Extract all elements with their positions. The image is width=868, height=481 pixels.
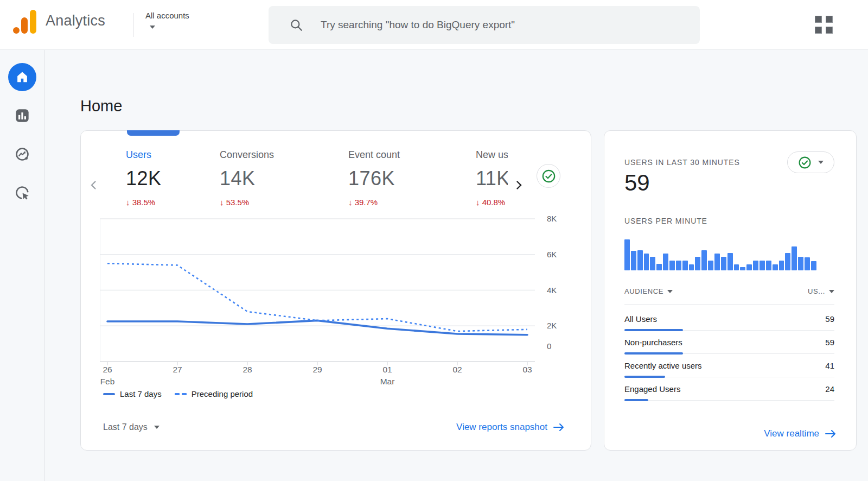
metric-delta: ↓ 40.8% — [476, 198, 508, 207]
svg-text:8K: 8K — [547, 214, 557, 223]
metric-label: Users — [126, 149, 220, 161]
overview-card-footer: Last 7 days View reports snapshot — [81, 416, 592, 438]
legend-last-7-days: Last 7 days — [103, 389, 162, 398]
table-row-recently-active-users[interactable]: Recently active users 41 — [624, 355, 834, 378]
chevron-down-icon — [150, 26, 155, 29]
svg-text:29: 29 — [312, 365, 322, 374]
svg-text:26: 26 — [103, 365, 112, 374]
page-title: Home — [80, 97, 122, 115]
svg-text:Mar: Mar — [380, 377, 395, 386]
view-realtime-link[interactable]: View realtime — [764, 428, 837, 439]
bar-chart-icon — [15, 108, 30, 123]
metric-label: Conversions — [220, 149, 348, 161]
svg-text:2K: 2K — [547, 321, 557, 330]
dashed-line-swatch — [175, 393, 187, 395]
metric-users[interactable]: Users 12K ↓ 38.5% — [126, 147, 220, 218]
check-circle-icon — [798, 156, 812, 169]
view-reports-snapshot-link[interactable]: View reports snapshot — [456, 422, 565, 433]
sidebar-item-explore[interactable] — [8, 140, 36, 168]
data-quality-button[interactable] — [537, 164, 560, 188]
metric-conversions[interactable]: Conversions 14K ↓ 53.5% — [220, 147, 348, 218]
users-per-minute-label: USERS PER MINUTE — [624, 217, 707, 225]
home-icon — [15, 70, 29, 84]
metric-value: 11K — [476, 167, 508, 190]
metric-new-users[interactable]: New users 11K ↓ 40.8% — [476, 147, 508, 218]
metric-value: 12K — [126, 167, 220, 190]
svg-text:28: 28 — [242, 365, 252, 374]
carousel-prev-button[interactable] — [87, 179, 100, 192]
header-divider — [133, 13, 133, 37]
metric-label: Event count — [348, 149, 476, 161]
sidebar-item-home[interactable] — [8, 63, 36, 91]
audience-table-header: AUDIENCE US... — [624, 287, 834, 305]
sidebar-item-reports[interactable] — [8, 102, 36, 130]
search-bar[interactable] — [269, 6, 700, 44]
users-column-header[interactable]: US... — [808, 287, 834, 295]
date-range-dropdown[interactable]: Last 7 days — [103, 422, 159, 432]
audience-table-body: All Users 59 Non-purchasers 59 Recently … — [624, 308, 834, 401]
check-circle-icon — [541, 169, 556, 183]
sort-caret-icon — [667, 290, 673, 293]
svg-text:4K: 4K — [547, 286, 557, 295]
metric-label: New users — [476, 149, 508, 161]
metric-event-count[interactable]: Event count 176K ↓ 39.7% — [348, 147, 476, 218]
table-row-all-users[interactable]: All Users 59 — [624, 308, 834, 331]
analytics-logo-icon — [12, 8, 37, 34]
metric-carousel: Users 12K ↓ 38.5% Conversions 14K ↓ 53.5… — [81, 147, 592, 218]
users-per-minute-chart[interactable] — [624, 237, 816, 270]
svg-text:03: 03 — [522, 365, 532, 374]
solid-line-swatch — [103, 393, 115, 395]
metric-list: Users 12K ↓ 38.5% Conversions 14K ↓ 53.5… — [126, 147, 508, 218]
legend-preceding-period: Preceding period — [175, 389, 253, 398]
advertising-icon — [15, 185, 30, 200]
metric-delta: ↓ 38.5% — [126, 198, 220, 207]
carousel-next-button[interactable] — [512, 179, 525, 192]
left-nav — [0, 50, 44, 481]
svg-text:0: 0 — [547, 341, 551, 351]
active-tab-indicator — [127, 130, 180, 136]
svg-text:02: 02 — [452, 365, 462, 374]
sort-caret-icon — [829, 290, 834, 293]
realtime-title: USERS IN LAST 30 MINUTES — [624, 158, 740, 167]
metric-delta: ↓ 39.7% — [348, 198, 476, 207]
users-line-chart: 02K4K6K8K26Feb27282901Mar0203 — [100, 212, 572, 394]
arrow-right-icon — [825, 429, 837, 439]
app-title: Analytics — [46, 12, 105, 29]
table-row-non-purchasers[interactable]: Non-purchasers 59 — [624, 331, 834, 355]
explore-icon — [15, 147, 30, 162]
sidebar-item-advertising[interactable] — [8, 179, 36, 207]
metric-value: 176K — [348, 167, 476, 190]
svg-text:27: 27 — [173, 365, 182, 374]
svg-text:6K: 6K — [547, 250, 557, 259]
svg-text:01: 01 — [382, 365, 392, 374]
metric-value: 14K — [220, 167, 348, 190]
metric-delta: ↓ 53.5% — [220, 198, 348, 207]
users-chart-area[interactable]: 02K4K6K8K26Feb27282901Mar0203 — [100, 212, 572, 394]
search-input[interactable] — [320, 18, 667, 31]
overview-card: Users 12K ↓ 38.5% Conversions 14K ↓ 53.5… — [80, 130, 591, 451]
chart-legend: Last 7 days Preceding period — [103, 389, 253, 398]
app-header: Analytics All accounts — [0, 0, 868, 50]
chevron-down-icon — [154, 426, 159, 429]
realtime-card: USERS IN LAST 30 MINUTES 59 USERS PER MI… — [604, 130, 857, 451]
arrow-right-icon — [553, 422, 565, 432]
search-icon — [289, 18, 303, 32]
account-label: All accounts — [145, 11, 189, 20]
apps-grid-icon[interactable] — [815, 16, 833, 34]
svg-text:Feb: Feb — [100, 377, 115, 386]
realtime-status-button[interactable] — [787, 151, 834, 173]
users-last-30-min-value: 59 — [624, 170, 650, 196]
chevron-down-icon — [818, 161, 824, 164]
table-row-engaged-users[interactable]: Engaged Users 24 — [624, 378, 834, 401]
account-switcher[interactable]: All accounts — [145, 11, 189, 31]
audience-column-header[interactable]: AUDIENCE — [624, 287, 673, 295]
